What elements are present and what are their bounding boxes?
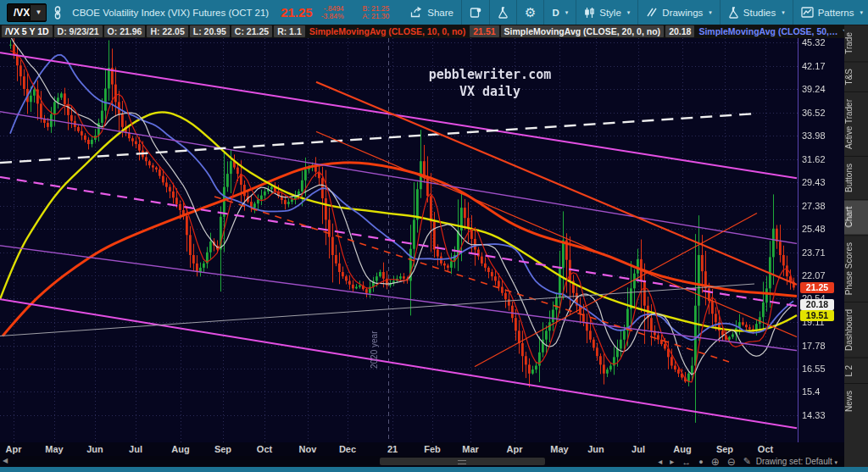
time-axis-label: Nov: [292, 444, 323, 454]
gear-icon: ⚙: [525, 5, 536, 20]
trading-platform-window: /VX ▼ CBOE Volatility Index (VIX) Future…: [0, 0, 868, 472]
time-axis-label: 21: [377, 444, 408, 454]
draw-tool-icon[interactable]: ✎: [743, 456, 751, 467]
time-axis-label: Dec: [332, 444, 363, 454]
flask-icon: [728, 7, 739, 19]
symbol-value[interactable]: /VX: [8, 7, 30, 19]
time-scrollbar-thumb[interactable]: [380, 458, 545, 465]
chart-scroll-strip: ◀ ◂ ▸ ↔ ● ⊕ ⊖ ✎ Drawing set: Default ▾: [0, 456, 844, 467]
sidebar-tab-buttons[interactable]: Buttons: [844, 156, 868, 199]
drawing-set-selector[interactable]: Drawing set: Default ▾: [756, 457, 837, 466]
auto-scale-icon[interactable]: ●: [698, 458, 703, 466]
time-axis-label: Jun: [80, 444, 110, 454]
sidebar-tab-t-s[interactable]: T&S: [844, 61, 868, 92]
price-axis-tick: 29.43: [802, 177, 841, 187]
zoom-in-icon[interactable]: ⊕: [711, 456, 720, 468]
sidebar-tab-chart[interactable]: Chart: [844, 199, 868, 234]
chevron-down-icon: ▾: [709, 9, 712, 16]
chevron-down-icon: ▾: [860, 9, 864, 16]
chart-plot-area[interactable]: pebblewriter.com VX daily 2020 year 45.3…: [0, 38, 844, 442]
change-percent: -3.84%: [321, 13, 344, 20]
time-axis-label: Apr: [499, 444, 530, 454]
chart-header-segment: 20.18: [665, 25, 694, 37]
chart-header-segment: D: 9/23/21: [54, 25, 103, 37]
candlestick-style-icon: [584, 7, 595, 19]
sidebar-tab-trade[interactable]: Trade: [844, 25, 868, 61]
settings-button[interactable]: ⚙: [516, 0, 543, 25]
drawings-label: Drawings: [662, 8, 703, 18]
pan-right-icon[interactable]: ▸: [670, 457, 674, 466]
time-axis-label: Jul: [623, 444, 654, 454]
report-icon: [470, 7, 481, 19]
patterns-label: Patterns: [818, 8, 854, 18]
price-axis-tick: 14.33: [802, 410, 841, 420]
time-axis-label: May: [544, 444, 575, 454]
price-axis-tick: 23.71: [802, 247, 841, 258]
time-axis-label: Jul: [120, 444, 151, 454]
time-axis-label: Jun: [581, 444, 611, 454]
right-sidebar: TradeT&SActive TraderButtonsChartPhase S…: [844, 25, 868, 472]
price-badge: 21.25: [800, 282, 834, 293]
analyze-button[interactable]: [489, 0, 516, 25]
pan-left-icon[interactable]: ◂: [658, 457, 662, 466]
price-axis-tick: 22.07: [802, 270, 841, 280]
studies-button[interactable]: Studies ▾: [720, 0, 793, 25]
price-change: -.8494 -3.84%: [321, 5, 344, 20]
time-axis-label: May: [39, 444, 70, 454]
drawing-set-label: Drawing set: Default: [756, 457, 832, 466]
sidebar-tab-phase-scores[interactable]: Phase Scores: [844, 235, 868, 302]
chart-header-segment: C: 21.25: [231, 25, 272, 37]
watermark: pebblewriter.com VX daily: [397, 66, 583, 100]
symbol-dropdown-button[interactable]: ▼: [30, 5, 46, 20]
style-button[interactable]: Style ▾: [576, 0, 637, 25]
drawings-icon: [646, 7, 658, 18]
report-button[interactable]: [461, 0, 489, 25]
chart-header-segment: 21.51: [470, 25, 498, 37]
price-axis-tick: 15.4: [802, 386, 841, 397]
zoom-out-icon[interactable]: ⊖: [727, 456, 736, 468]
expand-range-icon[interactable]: ↔: [682, 457, 691, 467]
price-axis-tick: 45.32: [802, 37, 841, 47]
window-bottom-border: [0, 467, 868, 472]
link-icon[interactable]: [53, 6, 62, 19]
sidebar-tab-l-2[interactable]: L 2: [844, 358, 868, 384]
time-axis-label: Sep: [208, 444, 238, 454]
chart-header: /VX 5 Y 1DD: 9/23/21O: 21.96H: 22.05L: 2…: [0, 25, 844, 38]
chart-header-segment: R: 1.1: [274, 25, 305, 37]
scrollbar-grip: [458, 460, 466, 464]
scroll-left-icon[interactable]: ◀: [3, 457, 8, 464]
chevron-down-icon: ▾: [782, 9, 785, 16]
watermark-chart-label: VX daily: [397, 83, 583, 100]
sidebar-tab-dashboard[interactable]: Dashboard: [844, 302, 868, 358]
symbol-input[interactable]: /VX ▼: [7, 3, 47, 22]
chevron-down-icon: ▾: [627, 9, 631, 16]
time-axis-label: Oct: [750, 444, 781, 454]
patterns-icon: [801, 7, 814, 18]
share-button[interactable]: Share: [403, 0, 461, 25]
chart-header-segment: H: 22.05: [147, 25, 187, 37]
sidebar-tab-news[interactable]: News: [844, 383, 868, 419]
last-price: 21.25: [281, 5, 313, 19]
timeframe-label: D: [552, 8, 559, 18]
time-axis-label: Apr: [0, 444, 29, 454]
price-badge: 19.51: [800, 310, 834, 321]
price-axis-tick: 31.62: [802, 154, 841, 164]
time-axis-label: Mar: [455, 444, 486, 454]
share-label: Share: [427, 8, 453, 18]
time-axis: AprMayJunJulAugSepOctNovDec21FebMarAprMa…: [0, 442, 844, 456]
studies-label: Studies: [743, 8, 776, 18]
timeframe-button[interactable]: D ▾: [543, 0, 576, 25]
time-axis-label: Aug: [165, 444, 196, 454]
sidebar-tab-active-trader[interactable]: Active Trader: [844, 92, 868, 156]
patterns-button[interactable]: Patterns ▾: [793, 0, 868, 25]
price-axis-tick: 25.48: [802, 224, 841, 234]
flask-icon: [498, 7, 509, 19]
instrument-title: CBOE Volatility Index (VIX) Futures (OCT…: [72, 8, 269, 18]
price-badge: 20.18: [800, 299, 834, 310]
watermark-site: pebblewriter.com: [397, 66, 583, 83]
price-axis-tick: 17.78: [802, 341, 841, 351]
chart-header-segment: SimpleMovingAvg (CLOSE, 10, 0, no): [307, 25, 469, 37]
ask-value: A: 21.30: [363, 13, 390, 20]
drawings-button[interactable]: Drawings ▾: [637, 0, 719, 25]
chart-nav-controls: ◂ ▸ ↔ ● ⊕ ⊖ ✎: [658, 456, 751, 467]
